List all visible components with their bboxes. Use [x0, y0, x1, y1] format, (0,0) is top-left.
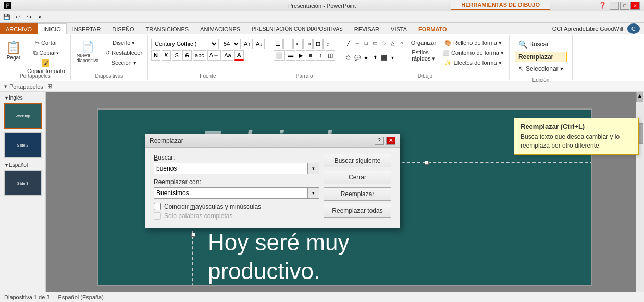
buscar-siguiente-button[interactable]: Buscar siguiente: [324, 154, 391, 167]
shape-more[interactable]: ▾: [389, 53, 397, 62]
tab-insertar[interactable]: INSERTAR: [67, 23, 107, 34]
reemplazar-dropdown[interactable]: ▾: [308, 187, 319, 199]
cortar-button[interactable]: ✂ Cortar: [25, 39, 67, 47]
tooltip-box: Reemplazar (Ctrl+L) Busca texto que dese…: [514, 118, 639, 155]
buscar-input[interactable]: [154, 163, 308, 174]
seccion-button[interactable]: Sección ▾: [103, 58, 144, 67]
tab-archivo[interactable]: ARCHIVO: [0, 23, 38, 34]
minimize-button[interactable]: _: [610, 2, 619, 10]
convert-smartart-button[interactable]: ◫: [326, 50, 335, 61]
expand-icon[interactable]: ⊞: [47, 83, 52, 90]
tab-diseno[interactable]: DISEÑO: [106, 23, 140, 34]
align-right-button[interactable]: ▶: [296, 50, 305, 61]
tab-revisar[interactable]: REVISAR: [349, 23, 385, 34]
slide-thumb-2[interactable]: Slide 2: [4, 132, 42, 158]
decrease-indent-button[interactable]: ⇤: [293, 39, 303, 49]
checkbox-mayusculas[interactable]: [154, 203, 161, 210]
shape-circle[interactable]: ○: [398, 39, 406, 47]
numbered-list-button[interactable]: ≡: [283, 39, 293, 49]
buscar-dropdown[interactable]: ▾: [308, 163, 319, 174]
pegar-button[interactable]: 📋 Pegar: [3, 39, 24, 62]
increase-font-button[interactable]: A↑: [242, 39, 253, 49]
reemplazar-input[interactable]: [154, 187, 308, 199]
columns-button[interactable]: ⊞: [313, 39, 323, 49]
cerrar-button[interactable]: Cerrar: [324, 171, 391, 184]
undo-icon[interactable]: ↩: [13, 13, 22, 22]
underline-button[interactable]: S: [172, 50, 181, 61]
tab-animaciones[interactable]: ANIMACIONES: [194, 23, 246, 34]
reemplazar-todas-button[interactable]: Reemplazar todas: [324, 204, 391, 218]
ribbon-group-parrafo: ☰ ≡ ⇤ ⇥ ⊞ ↕ ⬜ ▬ ▶ ≡ ↕ ◫ Párrafo: [268, 35, 341, 80]
redo-icon[interactable]: ↪: [24, 13, 33, 22]
text-color-button[interactable]: A: [234, 50, 244, 61]
tab-presentacion[interactable]: PRESENTACIÓN CON DIAPOSITIVAS: [246, 23, 349, 34]
handle-ml[interactable]: [191, 233, 195, 237]
slide-thumb-1[interactable]: Working!: [4, 103, 42, 129]
efectos-forma-button[interactable]: ✨ Efectos de forma ▾: [440, 58, 506, 67]
user-avatar: G: [627, 23, 640, 34]
status-bar: Diapositiva 1 de 3 Español (España): [0, 292, 644, 302]
shape-callout[interactable]: 💬: [353, 53, 362, 62]
save-icon[interactable]: 💾: [2, 13, 11, 22]
tab-transiciones[interactable]: TRANSICIONES: [140, 23, 195, 34]
align-center-button[interactable]: ▬: [286, 50, 295, 61]
justify-button[interactable]: ≡: [306, 50, 315, 61]
shape-parallelogram[interactable]: ◇: [380, 39, 388, 47]
font-color-button[interactable]: Aa: [222, 50, 233, 61]
shape-rect[interactable]: □: [362, 39, 370, 47]
bullets-button[interactable]: ☰: [274, 39, 283, 49]
handle-tm[interactable]: [425, 161, 429, 165]
help-icon[interactable]: ❓: [599, 2, 606, 10]
contorno-forma-button[interactable]: ⬜ Contorno de forma ▾: [440, 49, 506, 57]
decrease-font-button[interactable]: A↓: [254, 39, 265, 49]
text-direction-button[interactable]: ↕: [316, 50, 325, 61]
dialog-help-button[interactable]: ?: [375, 137, 384, 145]
organizar-button[interactable]: Organizar: [409, 39, 438, 47]
checkbox-palabras[interactable]: [154, 212, 161, 220]
scrollbar-up[interactable]: ▲: [636, 92, 643, 102]
user-name: GCFAprendeLibre GoodWill: [552, 26, 623, 32]
disenio-button[interactable]: Diseño ▾: [103, 39, 144, 47]
shape-rounded-rect[interactable]: ▭: [371, 39, 379, 47]
parrafo-label: Párrafo: [296, 72, 313, 79]
title-bar-left: 🅿: [4, 2, 11, 10]
font-family-select[interactable]: Century Gothic (: [151, 39, 219, 49]
shape-arrow2[interactable]: ⬆: [371, 53, 379, 62]
shape-cube[interactable]: ⬛: [380, 53, 388, 62]
shape-star[interactable]: ★: [362, 53, 370, 62]
tab-formato[interactable]: FORMATO: [413, 23, 453, 34]
spacing-button[interactable]: A↔: [207, 50, 221, 61]
line-spacing-button[interactable]: ↕: [323, 39, 332, 49]
italic-button[interactable]: K: [162, 50, 171, 61]
reemplazar-con-label: Reemplazar con:: [154, 178, 319, 186]
seleccionar-button[interactable]: ↖ Seleccionar ▾: [515, 64, 567, 74]
tab-inicio[interactable]: INICIO: [38, 23, 67, 34]
shape-pentagon[interactable]: ⬠: [344, 53, 353, 62]
estilos-rapidos-button[interactable]: Estilosrápidos ▾: [409, 48, 438, 63]
customize-icon[interactable]: ▾: [35, 13, 44, 22]
breadcrumb: Portapapeles: [9, 83, 43, 90]
slide-thumb-3[interactable]: Slide 3: [4, 170, 42, 196]
shape-arrow[interactable]: →: [353, 39, 362, 47]
font-size-select[interactable]: 54: [220, 39, 241, 49]
restablecer-button[interactable]: ↺ Restablecer: [103, 49, 144, 57]
close-button[interactable]: ✕: [630, 2, 640, 10]
strikethrough-button[interactable]: S: [182, 50, 192, 61]
buscar-button[interactable]: 🔍 Buscar: [515, 39, 567, 50]
bold-button[interactable]: N: [151, 50, 160, 61]
copiar-button[interactable]: ⧉ Copiar▾: [25, 49, 67, 57]
reemplazar-button[interactable]: Reemplazar: [515, 52, 567, 62]
restore-button[interactable]: □: [620, 2, 629, 10]
checkbox-palabras-label: Solo palabras completas: [164, 212, 232, 220]
reemplazar-button[interactable]: Reemplazar: [324, 187, 391, 201]
shadow-button[interactable]: abc: [193, 50, 206, 61]
shape-line[interactable]: ╱: [344, 39, 353, 47]
align-left-button[interactable]: ⬜: [274, 50, 285, 61]
nueva-diapositiva-button[interactable]: 📄 Nuevadiapositiva: [74, 39, 102, 65]
relleno-forma-button[interactable]: 🎨 Relleno de forma ▾: [440, 39, 506, 47]
dialog-close-button[interactable]: ✕: [386, 137, 395, 145]
tab-vista[interactable]: VISTA: [385, 23, 413, 34]
increase-indent-button[interactable]: ⇥: [303, 39, 313, 49]
shape-triangle[interactable]: △: [389, 39, 397, 47]
dialog-title-bar: Reemplazar ? ✕: [145, 134, 400, 148]
